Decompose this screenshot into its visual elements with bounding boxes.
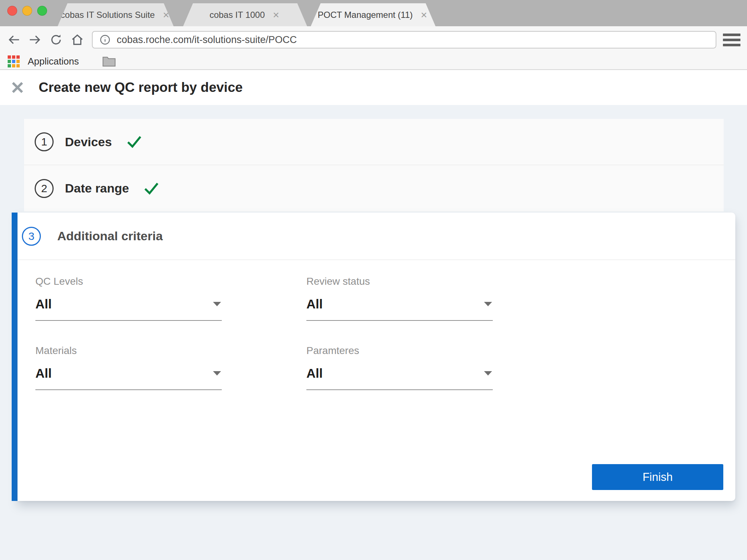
window-zoom-button[interactable] [37,6,47,16]
parameters-select[interactable]: All [306,366,493,390]
window-close-button[interactable] [7,6,17,16]
field-label: Review status [306,276,493,287]
step-devices[interactable]: 1 Devices [24,119,724,165]
window-controls [7,6,47,16]
step-complete-check-icon [127,135,142,148]
bookmark-applications[interactable]: Applications [28,56,79,67]
field-label: QC Levels [35,276,222,287]
bookmarks-bar: Applications [0,53,747,70]
criteria-fields: QC Levels All Review status All Material… [18,260,735,390]
browser-tab-cobas-it-1000[interactable]: cobas IT 1000 × [183,3,307,26]
step-label: Additional criteria [57,229,163,243]
selected-value: All [306,366,323,381]
tab-label: cobas IT Solutions Suite [61,10,155,20]
url-text: cobas.roche.com/it-solutions-suite/POCC [117,34,297,46]
materials-field: Materials All [35,345,222,390]
browser-tab-bar: cobas IT Solutions Suite × cobas IT 1000… [0,0,747,26]
reload-icon[interactable] [49,32,63,47]
tab-label: cobas IT 1000 [209,10,265,20]
back-icon[interactable] [7,32,21,47]
bookmarks-folder-icon[interactable] [102,55,116,67]
chevron-down-icon [484,302,492,306]
step-date-range[interactable]: 2 Date range [24,165,724,211]
window-minimize-button[interactable] [22,6,32,16]
tab-close-icon[interactable]: × [271,9,281,20]
browser-tab-poct-management[interactable]: POCT Management (11) × [311,3,436,26]
apps-grid-icon[interactable] [8,55,20,67]
qc-levels-field: QC Levels All [35,276,222,321]
chevron-down-icon [484,371,492,376]
finish-button[interactable]: Finish [592,464,723,490]
close-dialog-icon[interactable] [7,77,28,98]
qc-levels-select[interactable]: All [35,297,222,321]
selected-value: All [35,297,52,311]
dialog-title: Create new QC report by device [39,80,243,95]
field-label: Paramteres [306,345,493,357]
forward-icon[interactable] [28,32,42,47]
completed-steps: 1 Devices 2 Date range [24,119,724,211]
address-bar[interactable]: cobas.roche.com/it-solutions-suite/POCC [92,31,716,48]
review-status-select[interactable]: All [306,297,493,321]
step-label: Date range [65,181,129,195]
step-number-badge: 3 [22,227,41,246]
step-additional-criteria-header[interactable]: 3 Additional criteria [18,213,735,260]
selected-value: All [35,366,52,381]
browser-toolbar: cobas.roche.com/it-solutions-suite/POCC [0,26,747,53]
tab-close-icon[interactable]: × [419,9,429,20]
tab-label: POCT Management (11) [318,10,413,20]
chevron-down-icon [213,302,221,306]
home-icon[interactable] [70,32,85,47]
step-number-badge: 2 [35,179,54,198]
parameters-field: Paramteres All [306,345,493,390]
page-info-icon[interactable] [99,34,111,46]
step-label: Devices [65,135,112,149]
browser-tab-cobas-it-solutions-suite[interactable]: cobas IT Solutions Suite × [58,3,174,26]
wizard-page: 1 Devices 2 Date range 3 Additional crit… [0,105,747,560]
step-complete-check-icon [144,182,159,195]
active-step-indicator [12,213,18,501]
tab-close-icon[interactable]: × [161,9,171,20]
step-additional-criteria-panel: 3 Additional criteria QC Levels All Revi… [12,213,735,501]
step-number-badge: 1 [35,132,54,151]
field-label: Materials [35,345,222,357]
materials-select[interactable]: All [35,366,222,390]
browser-menu-icon[interactable] [723,34,740,46]
additional-criteria-card: 3 Additional criteria QC Levels All Revi… [18,213,735,501]
dialog-header: Create new QC report by device [0,70,747,105]
selected-value: All [306,297,323,311]
chevron-down-icon [213,371,221,376]
review-status-field: Review status All [306,276,493,321]
